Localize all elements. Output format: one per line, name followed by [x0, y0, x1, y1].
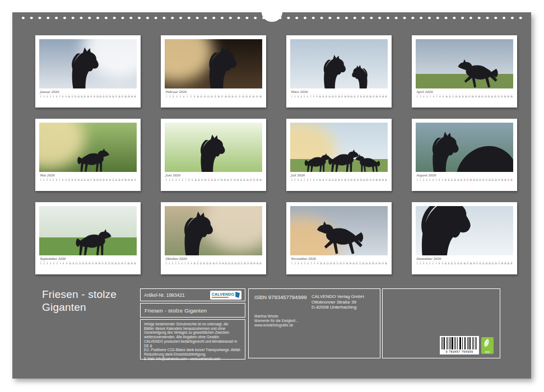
- month-photo: [416, 123, 513, 172]
- barcode-bars: [441, 337, 477, 349]
- horse-silhouette: [355, 153, 381, 172]
- month-label: Juni 2026: [165, 174, 262, 177]
- day-cell: S28: [259, 94, 262, 97]
- calendar-month-card: September 2026 D1M2D3F4S5S6M7D8M9D10F11S…: [35, 202, 141, 274]
- horse-silhouette: [176, 209, 215, 255]
- day-cell: S31: [133, 94, 137, 97]
- day-row: D1F2S3S4M5D6M7D8F9S10S11M12D13M14D15F16S…: [39, 94, 137, 97]
- calendar-strip: Juli 2026 M1D2F3S4S5M6D7M8D9F10S11S12M13…: [290, 174, 388, 189]
- calendar-strip: Oktober 2026 D1F2S3S4M5D6M7D8F9S10S11M12…: [165, 257, 262, 273]
- calendar-month-card: Januar 2026 D1F2S3S4M5D6M7D8F9S10S11M12D…: [35, 35, 141, 108]
- horse-silhouette: [315, 220, 364, 255]
- calendar-strip-inner: Mai 2026 F1S2S3M4D5M6D7F8S9S10M11D12M13D…: [39, 174, 137, 181]
- calvendo-logo-accent: [212, 297, 229, 298]
- calendar-strip: April 2026 M1D2F3S4S5M6D7M8D9F10S11S12M1…: [416, 90, 513, 106]
- day-cell: D31: [510, 261, 513, 264]
- calendar-strip-inner: Februar 2026 S1M2D3M4D5F6S7S8M9D10M11D12…: [165, 90, 262, 97]
- day-row: D1F2S3S4M5D6M7D8F9S10S11M12D13M14D15F16S…: [165, 261, 262, 264]
- day-row: M1D2M3D4F5S6S7M8D9M10D11F12S13S14M15D16M…: [165, 178, 262, 181]
- month-photo: [39, 123, 137, 172]
- month-photo: [416, 206, 513, 255]
- calendar-back-page: { "page": { "title_lines": ["Friesen - s…: [0, 0, 544, 392]
- month-photo: [39, 39, 137, 88]
- calendar-strip: März 2026 S1M2D3M4D5F6S7S8M9D10M11D12F13…: [290, 90, 388, 106]
- calendar-strip: September 2026 D1M2D3F4S5S6M7D8M9D10F11S…: [39, 257, 137, 273]
- calendar-strip: Januar 2026 D1F2S3S4M5D6M7D8F9S10S11M12D…: [39, 90, 137, 106]
- horse-silhouette: [202, 44, 239, 88]
- day-cell: S31: [259, 261, 262, 264]
- month-photo: [290, 39, 388, 88]
- day-cell: D30: [259, 178, 262, 181]
- day-cell: F31: [384, 178, 388, 181]
- month-label: März 2026: [291, 90, 388, 94]
- calendar-strip: August 2026 S1S2M3D4M5D6F7S8S9M10D11M12D…: [416, 174, 513, 189]
- calendar-title-box: Friesen - stolze Giganten: [140, 303, 245, 318]
- barcode-box: 9 783457 794999 eco: [382, 288, 500, 358]
- day-row: M1D2F3S4S5M6D7M8D9F10S11S12M13D14M15D16F…: [416, 94, 513, 97]
- day-cell: D31: [384, 94, 388, 97]
- eco-label: eco: [481, 350, 494, 353]
- calvendo-logo: CALVENDO: [210, 291, 241, 300]
- legal-text-box: Infolge bestehender Schutzrechte ist es …: [140, 319, 245, 360]
- month-photo: [416, 39, 513, 88]
- article-number: Artikel-Nr. 1993421: [144, 292, 185, 298]
- calendar-back-panel: Januar 2026 D1F2S3S4M5D6M7D8F9S10S11M12D…: [12, 12, 531, 379]
- day-cell: M30: [133, 261, 137, 264]
- info-column-publisher: ISBN 9783457794999 CALVENDO Verlag GmbHO…: [248, 288, 380, 358]
- calendar-month-card: November 2026 S1M2D3M4D5F6S7S8M9D10M11D1…: [286, 202, 392, 274]
- day-row: F1S2S3M4D5M6D7F8S9S10M11D12M13D14F15S16S…: [39, 178, 137, 181]
- month-label: November 2026: [291, 257, 388, 260]
- eco-logo: eco: [481, 337, 494, 354]
- month-photo: [165, 39, 262, 88]
- day-cell: D30: [510, 94, 513, 97]
- horse-silhouette: [425, 130, 461, 172]
- calendar-month-card: Juni 2026 M1D2M3D4F5S6S7M8D9M10D11F12S13…: [161, 119, 266, 191]
- horse-silhouette: [75, 228, 113, 255]
- calendar-grid: Januar 2026 D1F2S3S4M5D6M7D8F9S10S11M12D…: [35, 35, 517, 274]
- article-number-box: Artikel-Nr. 1993421 CALVENDO: [140, 288, 245, 301]
- day-row: S1M2D3M4D5F6S7S8M9D10M11D12F13S14S15M16D…: [290, 94, 388, 97]
- calvendo-logo-text: CALVENDO: [212, 292, 234, 296]
- horse-silhouette: [318, 53, 347, 88]
- horse-silhouette: [351, 64, 371, 88]
- horse-silhouette: [457, 142, 513, 172]
- horse-silhouette: [416, 206, 475, 255]
- calendar-strip: Dezember 2026 D1M2D3F4S5S6M7D8M9D10F11S1…: [416, 257, 513, 273]
- hanger-notch: [262, 3, 282, 22]
- calendar-strip-inner: Dezember 2026 D1M2D3F4S5S6M7D8M9D10F11S1…: [416, 257, 513, 264]
- day-cell: M31: [510, 178, 513, 181]
- calendar-strip-inner: Oktober 2026 D1F2S3S4M5D6M7D8F9S10S11M12…: [165, 257, 262, 264]
- calvendo-flag-icon: [235, 292, 240, 298]
- calendar-strip-inner: Juni 2026 M1D2M3D4F5S6S7M8D9M10D11F12S13…: [165, 174, 262, 181]
- calendar-strip-inner: April 2026 M1D2F3S4S5M6D7M8D9F10S11S12M1…: [416, 90, 513, 97]
- legal-text: Infolge bestehender Schutzrechte ist es …: [144, 322, 241, 361]
- month-label: Mai 2026: [40, 174, 137, 177]
- calendar-month-card: Juli 2026 M1D2F3S4S5M6D7M8D9F10S11S12M13…: [286, 119, 392, 191]
- calendar-strip-inner: März 2026 S1M2D3M4D5F6S7S8M9D10M11D12F13…: [290, 90, 388, 97]
- calendar-strip-inner: August 2026 S1S2M3D4M5D6F7S8S9M10D11M12D…: [416, 174, 513, 181]
- author-credit: Martina WredeMomente für die Ewigkeit...…: [254, 314, 298, 327]
- calendar-strip: Februar 2026 S1M2D3M4D5F6S7S8M9D10M11D12…: [165, 90, 262, 106]
- month-label: August 2026: [416, 174, 513, 177]
- day-row: D1M2D3F4S5S6M7D8M9D10F11S12S13M14D15M16D…: [39, 261, 137, 264]
- horse-silhouette: [64, 45, 101, 88]
- horse-silhouette: [194, 133, 227, 172]
- month-label: Februar 2026: [165, 90, 262, 94]
- month-label: Dezember 2026: [416, 257, 513, 260]
- calvendo-logo-text-group: CALVENDO: [212, 292, 234, 298]
- horse-silhouette: [457, 58, 499, 88]
- month-label: September 2026: [40, 257, 137, 260]
- calendar-month-card: Februar 2026 S1M2D3M4D5F6S7S8M9D10M11D12…: [161, 35, 266, 108]
- leaf-icon: [483, 338, 492, 349]
- day-row: S1M2D3M4D5F6S7S8M9D10M11D12F13S14S15M16D…: [165, 94, 262, 97]
- calendar-month-card: März 2026 S1M2D3M4D5F6S7S8M9D10M11D12F13…: [286, 35, 392, 108]
- barcode-number: 9 783457 794999: [440, 349, 479, 354]
- calendar-month-card: August 2026 S1S2M3D4M5D6F7S8S9M10D11M12D…: [412, 119, 517, 191]
- day-row: M1D2F3S4S5M6D7M8D9F10S11S12M13D14M15D16F…: [290, 178, 388, 181]
- horse-silhouette: [76, 147, 110, 172]
- day-cell: S31: [133, 178, 137, 181]
- publisher-address: CALVENDO Verlag GmbHOttobrunner Straße 3…: [311, 294, 364, 310]
- month-label: Juli 2026: [291, 174, 388, 177]
- calendar-month-card: Mai 2026 F1S2S3M4D5M6D7F8S9S10M11D12M13D…: [35, 119, 141, 191]
- month-photo: [290, 123, 388, 172]
